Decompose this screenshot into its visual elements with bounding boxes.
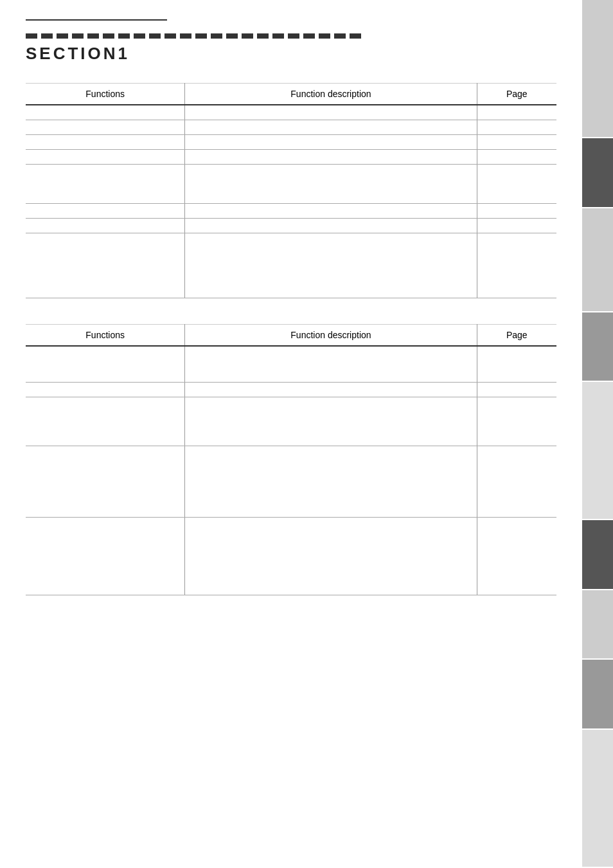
cell-desc [185, 346, 477, 383]
sidebar-block-2 [582, 138, 613, 208]
dash-19 [303, 33, 315, 39]
dash-13 [211, 33, 222, 39]
cell-page [477, 105, 556, 120]
cell-func [26, 219, 185, 233]
dash-4 [72, 33, 84, 39]
table-header-row-1: Functions Function description Page [26, 84, 556, 105]
cell-desc [185, 105, 477, 120]
cell-desc [185, 518, 477, 595]
cell-page [477, 219, 556, 233]
table-row [26, 204, 556, 219]
cell-desc [185, 397, 477, 446]
cell-func [26, 397, 185, 446]
cell-page [477, 135, 556, 150]
table-row [26, 397, 556, 446]
cell-func [26, 383, 185, 397]
dash-2 [41, 33, 53, 39]
cell-desc [185, 204, 477, 219]
cell-func [26, 518, 185, 595]
cell-page [477, 397, 556, 446]
right-sidebar [582, 0, 613, 868]
cell-func [26, 233, 185, 298]
cell-func [26, 165, 185, 204]
cell-func [26, 346, 185, 383]
sidebar-block-3 [582, 208, 613, 312]
cell-func [26, 120, 185, 135]
dash-9 [149, 33, 161, 39]
sidebar-block-9 [582, 730, 613, 868]
table-row [26, 135, 556, 150]
dash-17 [272, 33, 284, 39]
col-header-functions-2: Functions [26, 325, 185, 347]
function-table-2: Functions Function description Page [26, 324, 556, 595]
cell-page [477, 518, 556, 595]
dash-16 [257, 33, 269, 39]
cell-page [477, 165, 556, 204]
cell-func [26, 105, 185, 120]
dash-6 [103, 33, 114, 39]
cell-func [26, 150, 185, 165]
dash-5 [87, 33, 99, 39]
cell-func [26, 135, 185, 150]
sidebar-block-4 [582, 312, 613, 383]
cell-page [477, 150, 556, 165]
dash-18 [288, 33, 299, 39]
cell-desc [185, 150, 477, 165]
function-table-1: Functions Function description Page [26, 83, 556, 298]
dash-row [26, 33, 556, 39]
table-row [26, 518, 556, 595]
dash-7 [118, 33, 130, 39]
dash-8 [134, 33, 145, 39]
section-2: Functions Function description Page [26, 324, 556, 595]
page-container: section1 Functions Function description … [0, 0, 613, 868]
cell-desc [185, 120, 477, 135]
col-header-description-2: Function description [185, 325, 477, 347]
col-header-page-1: Page [477, 84, 556, 105]
dash-20 [319, 33, 330, 39]
top-line [26, 19, 167, 21]
dash-22 [350, 33, 361, 39]
cell-desc [185, 383, 477, 397]
col-header-page-2: Page [477, 325, 556, 347]
cell-page [477, 346, 556, 383]
dash-1 [26, 33, 37, 39]
dash-21 [334, 33, 346, 39]
dash-15 [242, 33, 253, 39]
sidebar-block-8 [582, 660, 613, 730]
table-row [26, 383, 556, 397]
table-header-row-2: Functions Function description Page [26, 325, 556, 347]
dash-11 [180, 33, 191, 39]
cell-func [26, 204, 185, 219]
cell-page [477, 120, 556, 135]
col-header-functions-1: Functions [26, 84, 185, 105]
cell-func [26, 446, 185, 518]
col-header-description-1: Function description [185, 84, 477, 105]
cell-desc [185, 233, 477, 298]
main-content: section1 Functions Function description … [0, 0, 582, 868]
cell-page [477, 446, 556, 518]
table-row [26, 446, 556, 518]
table-row [26, 346, 556, 383]
table-row [26, 165, 556, 204]
cell-desc [185, 219, 477, 233]
table-row [26, 120, 556, 135]
table-row [26, 150, 556, 165]
cell-desc [185, 135, 477, 150]
section-1: Functions Function description Page [26, 83, 556, 298]
page-title: section1 [26, 44, 556, 64]
cell-page [477, 233, 556, 298]
dash-12 [195, 33, 207, 39]
cell-desc [185, 446, 477, 518]
dash-3 [57, 33, 68, 39]
cell-page [477, 204, 556, 219]
cell-page [477, 383, 556, 397]
dash-14 [226, 33, 238, 39]
table-row [26, 219, 556, 233]
sidebar-block-7 [582, 590, 613, 660]
sidebar-block-6 [582, 520, 613, 590]
sidebar-block-1 [582, 0, 613, 138]
table-row [26, 233, 556, 298]
cell-desc [185, 165, 477, 204]
sidebar-block-5 [582, 382, 613, 520]
table-row [26, 105, 556, 120]
